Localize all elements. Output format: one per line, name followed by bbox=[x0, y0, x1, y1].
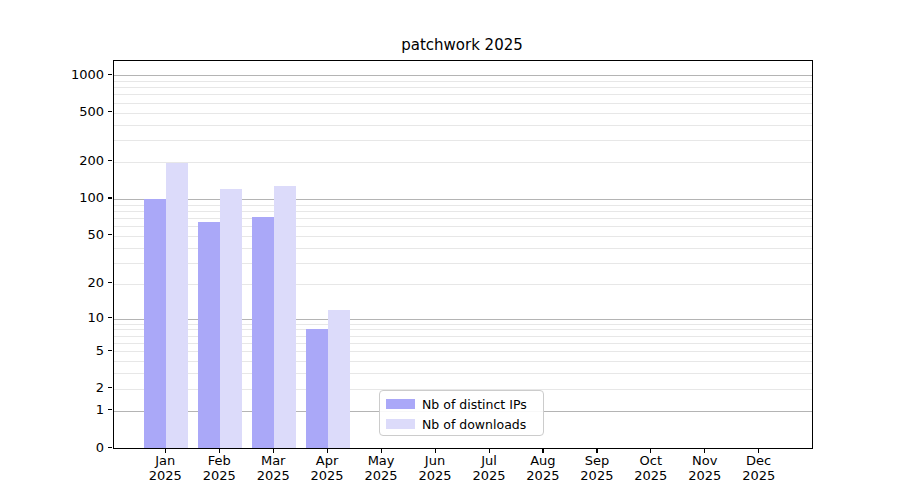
x-tick-label: Apr 2025 bbox=[297, 453, 357, 483]
x-tick bbox=[435, 449, 436, 453]
y-tick bbox=[108, 197, 112, 198]
bar-distinct-ips bbox=[252, 217, 274, 448]
y-tick-label: 10 bbox=[44, 311, 104, 324]
y-gridline-minor bbox=[114, 87, 812, 88]
x-tick-label: Mar 2025 bbox=[243, 453, 303, 483]
figure: patchwork 2025 01251020501002005001000 J… bbox=[0, 0, 900, 500]
bar-distinct-ips bbox=[144, 199, 166, 448]
bar-downloads bbox=[166, 163, 188, 448]
x-tick bbox=[165, 449, 166, 453]
legend-label-distinct-ips: Nb of distinct IPs bbox=[422, 397, 527, 412]
y-gridline-minor bbox=[114, 218, 812, 219]
x-tick-label: Oct 2025 bbox=[621, 453, 681, 483]
bar-distinct-ips bbox=[306, 329, 328, 448]
y-tick-label: 500 bbox=[44, 105, 104, 118]
x-tick bbox=[596, 449, 597, 453]
x-tick bbox=[542, 449, 543, 453]
y-tick bbox=[108, 409, 112, 410]
y-gridline-major bbox=[114, 75, 812, 76]
x-tick bbox=[381, 449, 382, 453]
x-tick-label: Jun 2025 bbox=[405, 453, 465, 483]
y-tick-label: 1000 bbox=[44, 68, 104, 81]
y-tick bbox=[108, 447, 112, 448]
legend: Nb of distinct IPs Nb of downloads bbox=[379, 390, 544, 436]
x-tick bbox=[758, 449, 759, 453]
y-tick bbox=[108, 234, 112, 235]
y-gridline-minor bbox=[114, 94, 812, 95]
x-tick-label: Jul 2025 bbox=[459, 453, 519, 483]
y-tick bbox=[108, 160, 112, 161]
x-tick-label: Aug 2025 bbox=[513, 453, 573, 483]
y-tick-label: 1 bbox=[44, 403, 104, 416]
x-tick bbox=[650, 449, 651, 453]
y-gridline-minor bbox=[114, 205, 812, 206]
y-tick bbox=[108, 282, 112, 283]
x-tick-label: Nov 2025 bbox=[675, 453, 735, 483]
y-gridline-minor bbox=[114, 113, 812, 114]
y-tick bbox=[108, 74, 112, 75]
x-tick-label: Feb 2025 bbox=[189, 453, 249, 483]
y-tick-label: 200 bbox=[44, 154, 104, 167]
legend-swatch-downloads bbox=[386, 419, 415, 429]
x-tick-label: May 2025 bbox=[351, 453, 411, 483]
legend-swatch-distinct-ips bbox=[386, 399, 415, 409]
x-tick-label: Jan 2025 bbox=[135, 453, 195, 483]
legend-item-downloads: Nb of downloads bbox=[386, 414, 526, 434]
bar-downloads bbox=[220, 189, 242, 448]
y-gridline-minor bbox=[114, 140, 812, 141]
x-tick bbox=[327, 449, 328, 453]
y-gridline-minor bbox=[114, 162, 812, 163]
y-gridline-major bbox=[114, 199, 812, 200]
x-tick bbox=[489, 449, 490, 453]
x-tick-label: Sep 2025 bbox=[567, 453, 627, 483]
bar-distinct-ips bbox=[198, 222, 220, 448]
y-tick-label: 5 bbox=[44, 344, 104, 357]
bar-downloads bbox=[328, 310, 350, 448]
y-tick-label: 2 bbox=[44, 381, 104, 394]
y-tick-label: 0 bbox=[44, 441, 104, 454]
bar-downloads bbox=[274, 186, 296, 448]
y-tick bbox=[108, 317, 112, 318]
y-gridline-minor bbox=[114, 211, 812, 212]
y-tick-label: 100 bbox=[44, 191, 104, 204]
chart-title: patchwork 2025 bbox=[113, 36, 811, 54]
y-tick bbox=[108, 350, 112, 351]
x-tick-label: Dec 2025 bbox=[729, 453, 789, 483]
y-gridline-minor bbox=[114, 125, 812, 126]
x-tick bbox=[273, 449, 274, 453]
x-tick bbox=[219, 449, 220, 453]
y-tick bbox=[108, 387, 112, 388]
y-gridline-minor bbox=[114, 81, 812, 82]
y-tick-label: 20 bbox=[44, 276, 104, 289]
legend-label-downloads: Nb of downloads bbox=[422, 417, 526, 432]
y-gridline-minor bbox=[114, 103, 812, 104]
x-tick bbox=[704, 449, 705, 453]
y-tick-label: 50 bbox=[44, 228, 104, 241]
legend-item-distinct-ips: Nb of distinct IPs bbox=[386, 394, 527, 414]
y-tick bbox=[108, 111, 112, 112]
